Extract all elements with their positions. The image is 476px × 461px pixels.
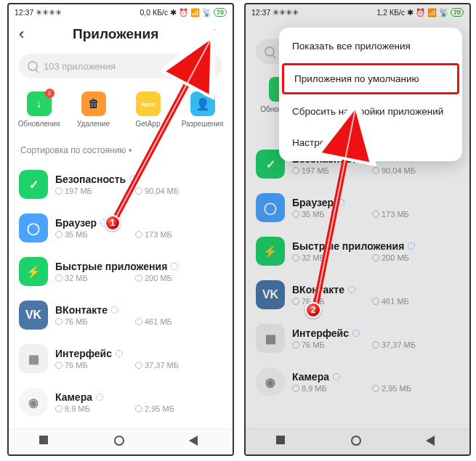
recents-button[interactable] xyxy=(276,436,289,449)
app-icon-interface: ▦ xyxy=(256,324,285,353)
page-title: Приложения xyxy=(27,26,204,42)
back-button[interactable]: ‹ xyxy=(16,25,27,44)
app-icon-browser: ◯ xyxy=(256,193,285,222)
app-item[interactable]: VKВКонтакте76 МБ461 МБ xyxy=(250,273,465,317)
status-time: 12:37 xyxy=(15,8,33,17)
data-icon xyxy=(135,362,142,369)
app-icon-fastapps: ⚡ xyxy=(256,237,285,266)
search-icon xyxy=(28,61,38,71)
menu-item-default-apps[interactable]: Приложения по умолчанию xyxy=(282,63,459,94)
loading-icon xyxy=(333,373,340,380)
quick-label: Разрешения xyxy=(182,120,224,128)
app-icon-interface: ▦ xyxy=(19,344,48,373)
quick-updates[interactable]: ↓ 2 Обновления xyxy=(14,91,65,128)
loading-icon xyxy=(116,350,123,357)
app-name: Камера xyxy=(55,391,92,403)
nav-bar xyxy=(9,428,233,454)
app-item[interactable]: ◉ Камера 8,9 МБ2,95 МБ xyxy=(13,380,228,424)
app-item[interactable]: ▦Интерфейс76 МБ37,37 МБ xyxy=(250,317,465,360)
home-button[interactable] xyxy=(114,436,127,449)
app-storage: 8,9 МБ xyxy=(302,384,327,393)
getapps-icon: Apps xyxy=(136,91,161,116)
app-name: Интерфейс xyxy=(292,327,349,339)
app-data: 90,04 МБ xyxy=(145,187,179,195)
storage-icon xyxy=(55,274,62,282)
data-icon xyxy=(135,187,142,195)
loading-icon xyxy=(348,286,355,293)
sort-label: Сортировка по состоянию xyxy=(20,145,126,155)
search-icon xyxy=(265,46,275,57)
app-item[interactable]: ◉Камера8,9 МБ2,95 МБ xyxy=(250,360,465,404)
quick-label: GetApp xyxy=(136,120,161,128)
menu-item-settings[interactable]: Настройки xyxy=(279,127,462,158)
quick-permissions[interactable]: 👤 Разрешения xyxy=(177,91,228,128)
quick-delete[interactable]: 🗑 Удаление xyxy=(68,91,119,128)
annotation-callout-2: 2 xyxy=(305,302,321,318)
more-menu-button[interactable]: ⋮ xyxy=(204,26,225,42)
app-item[interactable]: ◯Браузер35 МБ173 МБ xyxy=(250,186,465,229)
app-storage: 8,9 МБ xyxy=(65,404,90,413)
quick-getapps[interactable]: Apps GetApp xyxy=(123,91,174,128)
loading-icon xyxy=(171,263,178,270)
status-time: 12:37 xyxy=(251,8,270,17)
storage-icon xyxy=(55,231,62,238)
loading-icon xyxy=(337,199,344,206)
app-name: Браузер xyxy=(55,217,97,229)
app-data: 2,95 МБ xyxy=(382,384,411,393)
chevron-down-icon: ▾ xyxy=(129,147,132,154)
status-bar: 12:37 ✳✳✳✳ 0,0 КБ/с ✱ ⏰ 📶 📡 70 xyxy=(9,4,233,19)
app-item[interactable]: ◯ Браузер 35 МБ173 МБ xyxy=(13,206,228,250)
menu-item-show-all[interactable]: Показать все приложения xyxy=(279,30,462,62)
app-item[interactable]: ✓ Безопасность 197 МБ90,04 МБ xyxy=(13,163,228,206)
menu-item-reset[interactable]: Сбросить настройки приложений xyxy=(279,96,462,127)
loading-icon xyxy=(129,176,137,183)
nav-bar xyxy=(246,428,469,454)
battery-icon: 70 xyxy=(214,8,227,17)
app-data: 37,37 МБ xyxy=(145,361,179,370)
app-storage: 35 МБ xyxy=(302,210,325,219)
phone-screen-1: 12:37 ✳✳✳✳ 0,0 КБ/с ✱ ⏰ 📶 📡 70 ‹ Приложе… xyxy=(7,3,234,456)
app-name: ВКонтакте xyxy=(55,304,108,316)
app-item[interactable]: ⚡Быстрые приложения32 МБ200 МБ xyxy=(250,229,465,273)
storage-icon xyxy=(55,405,62,412)
status-net: 0,0 КБ/с xyxy=(140,8,169,17)
status-net: 1,2 КБ/с xyxy=(377,8,406,17)
loading-icon xyxy=(408,242,415,250)
search-input[interactable]: 103 приложения xyxy=(19,54,222,78)
download-icon: ↓ 2 xyxy=(27,91,52,116)
recents-button[interactable] xyxy=(39,436,52,449)
nav-back-button[interactable] xyxy=(189,436,202,449)
home-button[interactable] xyxy=(351,436,364,449)
app-name: Браузер xyxy=(292,197,334,208)
app-item[interactable]: ▦ Интерфейс 76 МБ37,37 МБ xyxy=(13,337,228,380)
search-placeholder: 103 приложения xyxy=(44,61,116,72)
app-name: Быстрые приложения xyxy=(292,240,404,252)
quick-label: Обновления xyxy=(18,120,60,128)
loading-icon xyxy=(352,330,360,337)
app-storage: 35 МБ xyxy=(65,230,88,239)
app-storage: 32 МБ xyxy=(302,253,325,262)
nav-back-button[interactable] xyxy=(426,436,439,449)
app-name: Интерфейс xyxy=(55,348,112,359)
app-icon-vk: VK xyxy=(256,280,285,309)
data-icon xyxy=(135,274,142,282)
status-right-icons: ✱ ⏰ 📶 📡 xyxy=(170,8,211,17)
sort-selector[interactable]: Сортировка по состоянию ▾ xyxy=(9,136,233,163)
app-data: 461 МБ xyxy=(145,317,172,326)
permissions-icon: 👤 xyxy=(190,91,215,116)
app-item[interactable]: VK ВКонтакте 76 МБ461 МБ xyxy=(13,293,228,337)
data-icon xyxy=(135,231,142,238)
status-sys-icons: ✳✳✳✳ xyxy=(36,8,62,17)
app-storage: 32 МБ xyxy=(65,274,88,282)
status-right-icons: ✱ ⏰ 📶 📡 xyxy=(407,8,448,17)
app-icon-camera: ◉ xyxy=(256,367,285,396)
app-name: Безопасность xyxy=(55,174,126,185)
app-storage: 76 МБ xyxy=(65,361,88,370)
quick-actions: ↓ 2 Обновления 🗑 Удаление Apps GetApp 👤 … xyxy=(9,87,233,136)
app-data: 173 МБ xyxy=(145,230,172,239)
app-data: 173 МБ xyxy=(382,210,409,219)
app-icon-camera: ◉ xyxy=(19,388,48,417)
data-icon xyxy=(135,318,142,325)
quick-label: Удаление xyxy=(77,120,110,128)
app-item[interactable]: ⚡ Быстрые приложения 32 МБ200 МБ xyxy=(13,250,228,293)
